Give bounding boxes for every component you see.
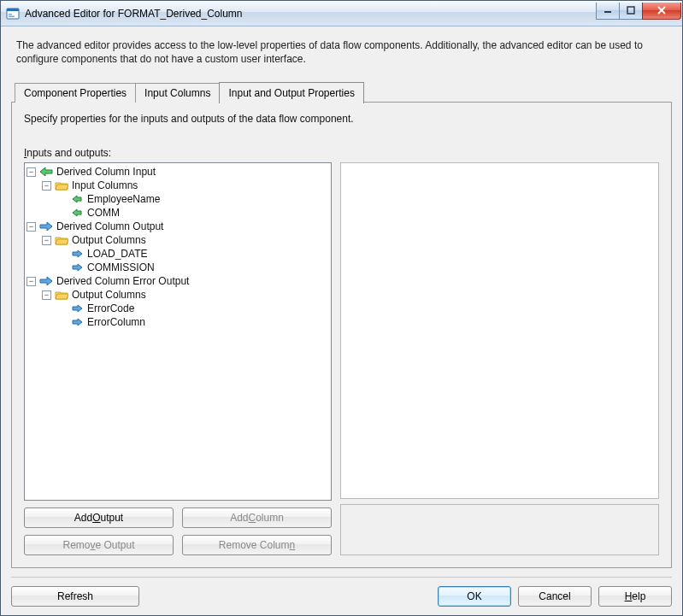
tree-leaf-commission[interactable]: COMMISSION — [57, 261, 329, 274]
tree-leaf-errorcode[interactable]: ErrorCode — [57, 302, 329, 315]
remove-column-button[interactable]: Remove Column — [182, 535, 332, 555]
column-out-icon — [70, 315, 84, 329]
output-port-icon — [39, 220, 53, 233]
close-icon — [657, 6, 667, 15]
tree-node-label: COMMISSION — [87, 261, 155, 273]
maximize-icon — [627, 6, 635, 15]
tree-pane: Derived Column Input — [24, 162, 332, 555]
tree-node-label: Input Columns — [72, 179, 138, 191]
column-out-icon — [70, 302, 84, 315]
tree-node-label: COMM — [87, 207, 120, 219]
folder-open-icon — [55, 179, 68, 192]
input-port-icon — [39, 165, 53, 179]
column-in-icon — [70, 192, 84, 206]
svg-marker-14 — [40, 277, 52, 285]
tree-node-label: ErrorColumn — [87, 316, 145, 328]
window-title: Advanced Editor for FORMAT_Derived_Colum… — [25, 8, 597, 20]
expand-toggle-icon[interactable] — [42, 181, 51, 191]
expand-toggle-icon[interactable] — [26, 222, 36, 232]
help-button[interactable]: Help — [598, 586, 672, 607]
footer: Refresh OK Cancel Help — [11, 586, 672, 607]
svg-marker-13 — [73, 264, 82, 271]
column-out-icon — [70, 247, 84, 261]
tree-node-label: Output Columns — [72, 234, 146, 246]
svg-rect-2 — [9, 14, 12, 15]
tree-node-derived-column-input[interactable]: Derived Column Input — [26, 165, 329, 179]
tabstrip: Component Properties Input Columns Input… — [15, 81, 672, 103]
column-out-icon — [70, 261, 84, 274]
tree-leaf-comm[interactable]: COMM — [57, 206, 329, 220]
tab-page: Specify properties for the inputs and ou… — [11, 102, 672, 568]
svg-marker-11 — [40, 222, 52, 231]
properties-column — [340, 162, 659, 555]
svg-rect-4 — [604, 11, 611, 13]
tree-node-output-columns-1[interactable]: Output Columns — [42, 233, 329, 247]
property-description-pane — [340, 504, 659, 555]
dialog-window: Advanced Editor for FORMAT_Derived_Colum… — [0, 0, 683, 616]
tree-node-label: Output Columns — [72, 289, 146, 301]
column-in-icon — [70, 206, 84, 220]
svg-rect-5 — [627, 7, 634, 14]
tab-component-properties[interactable]: Component Properties — [15, 83, 136, 103]
tree-node-label: ErrorCode — [87, 302, 134, 314]
tree-node-derived-column-output[interactable]: Derived Column Output — [26, 220, 329, 233]
add-output-button[interactable]: Add Output — [24, 507, 174, 528]
titlebar: Advanced Editor for FORMAT_Derived_Colum… — [1, 1, 682, 26]
expand-toggle-icon[interactable] — [26, 277, 36, 286]
footer-separator — [11, 577, 672, 578]
expand-toggle-icon[interactable] — [42, 290, 51, 300]
output-port-icon — [39, 274, 53, 288]
expand-toggle-icon[interactable] — [42, 236, 51, 245]
close-button[interactable] — [642, 3, 681, 20]
window-controls — [597, 3, 681, 20]
tree-node-label: Derived Column Error Output — [56, 275, 189, 287]
tree-node-label: EmployeeName — [87, 193, 160, 205]
folder-open-icon — [55, 233, 68, 247]
tree-buttons-row-2: Remove Output Remove Column — [24, 535, 332, 555]
app-icon — [6, 7, 20, 21]
inputs-outputs-label: Inputs and outputs: — [24, 147, 659, 159]
folder-open-icon — [55, 288, 68, 302]
minimize-icon — [604, 6, 612, 15]
svg-marker-16 — [73, 319, 82, 326]
refresh-button[interactable]: Refresh — [11, 586, 139, 607]
panes: Derived Column Input — [24, 162, 659, 555]
add-column-button[interactable]: Add Column — [182, 507, 332, 528]
svg-marker-12 — [73, 250, 82, 257]
tree-leaf-errorcolumn[interactable]: ErrorColumn — [57, 315, 329, 329]
cancel-button[interactable]: Cancel — [518, 586, 592, 607]
client-area: The advanced editor provides access to t… — [1, 26, 682, 615]
ok-button[interactable]: OK — [438, 586, 511, 607]
tree-node-output-columns-2[interactable]: Output Columns — [42, 288, 329, 302]
expand-toggle-icon[interactable] — [26, 167, 36, 177]
tree-buttons-row-1: Add Output Add Column — [24, 507, 332, 528]
tree-node-input-columns[interactable]: Input Columns — [42, 179, 329, 192]
tab-input-output-properties[interactable]: Input and Output Properties — [219, 82, 363, 103]
description-text: The advanced editor provides access to t… — [16, 38, 667, 66]
tree-leaf-employeename[interactable]: EmployeeName — [57, 192, 329, 206]
remove-output-button[interactable]: Remove Output — [24, 535, 174, 555]
maximize-button[interactable] — [619, 3, 643, 20]
svg-marker-9 — [73, 196, 81, 202]
svg-rect-3 — [9, 15, 15, 17]
tree-view[interactable]: Derived Column Input — [24, 162, 332, 501]
tab-input-columns[interactable]: Input Columns — [135, 83, 220, 103]
svg-rect-1 — [7, 9, 19, 11]
tree-node-label: Derived Column Output — [56, 220, 163, 232]
svg-marker-8 — [40, 167, 52, 176]
tree-node-label: Derived Column Input — [56, 166, 156, 178]
svg-marker-10 — [73, 209, 81, 216]
tree-leaf-load-date[interactable]: LOAD_DATE — [57, 247, 329, 261]
specify-text: Specify properties for the inputs and ou… — [24, 113, 659, 125]
svg-marker-15 — [73, 305, 82, 312]
tree-node-derived-column-error-output[interactable]: Derived Column Error Output — [26, 274, 329, 288]
minimize-button[interactable] — [596, 3, 620, 20]
properties-grid[interactable] — [340, 162, 659, 499]
tree-node-label: LOAD_DATE — [87, 248, 147, 260]
